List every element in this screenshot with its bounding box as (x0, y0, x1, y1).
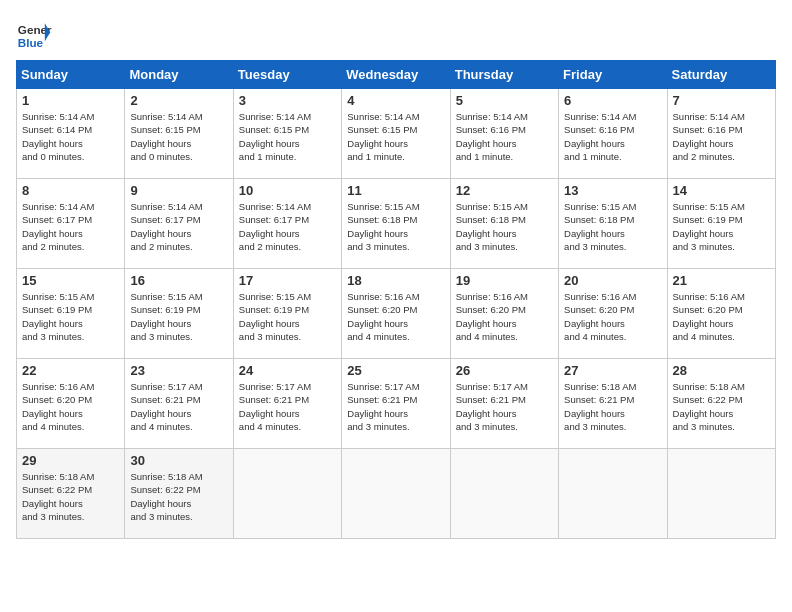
calendar-cell-17: 17 Sunrise: 5:15 AM Sunset: 6:19 PM Dayl… (233, 269, 341, 359)
week-row-3: 15 Sunrise: 5:15 AM Sunset: 6:19 PM Dayl… (17, 269, 776, 359)
day-number: 25 (347, 363, 444, 378)
calendar-cell-21: 21 Sunrise: 5:16 AM Sunset: 6:20 PM Dayl… (667, 269, 775, 359)
header-monday: Monday (125, 61, 233, 89)
calendar-table: Sunday Monday Tuesday Wednesday Thursday… (16, 60, 776, 539)
cell-info: Sunrise: 5:16 AM Sunset: 6:20 PM Dayligh… (456, 290, 553, 343)
calendar-cell-29: 29 Sunrise: 5:18 AM Sunset: 6:22 PM Dayl… (17, 449, 125, 539)
cell-info: Sunrise: 5:16 AM Sunset: 6:20 PM Dayligh… (22, 380, 119, 433)
day-number: 18 (347, 273, 444, 288)
day-number: 7 (673, 93, 770, 108)
day-number: 15 (22, 273, 119, 288)
day-number: 19 (456, 273, 553, 288)
day-number: 5 (456, 93, 553, 108)
cell-info: Sunrise: 5:14 AM Sunset: 6:17 PM Dayligh… (130, 200, 227, 253)
day-number: 27 (564, 363, 661, 378)
calendar-cell-1: 1 Sunrise: 5:14 AM Sunset: 6:14 PM Dayli… (17, 89, 125, 179)
empty-cell (233, 449, 341, 539)
cell-info: Sunrise: 5:15 AM Sunset: 6:18 PM Dayligh… (456, 200, 553, 253)
calendar-cell-24: 24 Sunrise: 5:17 AM Sunset: 6:21 PM Dayl… (233, 359, 341, 449)
calendar-cell-14: 14 Sunrise: 5:15 AM Sunset: 6:19 PM Dayl… (667, 179, 775, 269)
header-thursday: Thursday (450, 61, 558, 89)
header-saturday: Saturday (667, 61, 775, 89)
day-number: 23 (130, 363, 227, 378)
calendar-cell-2: 2 Sunrise: 5:14 AM Sunset: 6:15 PM Dayli… (125, 89, 233, 179)
cell-info: Sunrise: 5:15 AM Sunset: 6:18 PM Dayligh… (564, 200, 661, 253)
day-number: 1 (22, 93, 119, 108)
svg-text:Blue: Blue (18, 36, 44, 49)
cell-info: Sunrise: 5:18 AM Sunset: 6:22 PM Dayligh… (130, 470, 227, 523)
header-sunday: Sunday (17, 61, 125, 89)
day-number: 16 (130, 273, 227, 288)
day-number: 14 (673, 183, 770, 198)
day-number: 2 (130, 93, 227, 108)
calendar-cell-5: 5 Sunrise: 5:14 AM Sunset: 6:16 PM Dayli… (450, 89, 558, 179)
day-number: 12 (456, 183, 553, 198)
calendar-cell-13: 13 Sunrise: 5:15 AM Sunset: 6:18 PM Dayl… (559, 179, 667, 269)
calendar-cell-3: 3 Sunrise: 5:14 AM Sunset: 6:15 PM Dayli… (233, 89, 341, 179)
header-wednesday: Wednesday (342, 61, 450, 89)
cell-info: Sunrise: 5:14 AM Sunset: 6:17 PM Dayligh… (22, 200, 119, 253)
cell-info: Sunrise: 5:15 AM Sunset: 6:19 PM Dayligh… (22, 290, 119, 343)
day-number: 29 (22, 453, 119, 468)
cell-info: Sunrise: 5:14 AM Sunset: 6:15 PM Dayligh… (130, 110, 227, 163)
cell-info: Sunrise: 5:15 AM Sunset: 6:19 PM Dayligh… (673, 200, 770, 253)
day-number: 9 (130, 183, 227, 198)
week-row-5: 29 Sunrise: 5:18 AM Sunset: 6:22 PM Dayl… (17, 449, 776, 539)
cell-info: Sunrise: 5:17 AM Sunset: 6:21 PM Dayligh… (456, 380, 553, 433)
cell-info: Sunrise: 5:16 AM Sunset: 6:20 PM Dayligh… (347, 290, 444, 343)
calendar-cell-23: 23 Sunrise: 5:17 AM Sunset: 6:21 PM Dayl… (125, 359, 233, 449)
cell-info: Sunrise: 5:17 AM Sunset: 6:21 PM Dayligh… (347, 380, 444, 433)
cell-info: Sunrise: 5:18 AM Sunset: 6:22 PM Dayligh… (673, 380, 770, 433)
empty-cell (450, 449, 558, 539)
day-number: 26 (456, 363, 553, 378)
calendar-cell-12: 12 Sunrise: 5:15 AM Sunset: 6:18 PM Dayl… (450, 179, 558, 269)
cell-info: Sunrise: 5:14 AM Sunset: 6:17 PM Dayligh… (239, 200, 336, 253)
day-number: 10 (239, 183, 336, 198)
cell-info: Sunrise: 5:15 AM Sunset: 6:19 PM Dayligh… (130, 290, 227, 343)
day-number: 4 (347, 93, 444, 108)
day-number: 3 (239, 93, 336, 108)
empty-cell (342, 449, 450, 539)
header-friday: Friday (559, 61, 667, 89)
day-number: 30 (130, 453, 227, 468)
calendar-cell-9: 9 Sunrise: 5:14 AM Sunset: 6:17 PM Dayli… (125, 179, 233, 269)
cell-info: Sunrise: 5:16 AM Sunset: 6:20 PM Dayligh… (673, 290, 770, 343)
logo-icon: General Blue (16, 16, 52, 52)
day-number: 24 (239, 363, 336, 378)
calendar-cell-22: 22 Sunrise: 5:16 AM Sunset: 6:20 PM Dayl… (17, 359, 125, 449)
day-number: 20 (564, 273, 661, 288)
calendar-cell-19: 19 Sunrise: 5:16 AM Sunset: 6:20 PM Dayl… (450, 269, 558, 359)
week-row-2: 8 Sunrise: 5:14 AM Sunset: 6:17 PM Dayli… (17, 179, 776, 269)
day-number: 17 (239, 273, 336, 288)
cell-info: Sunrise: 5:18 AM Sunset: 6:21 PM Dayligh… (564, 380, 661, 433)
calendar-cell-16: 16 Sunrise: 5:15 AM Sunset: 6:19 PM Dayl… (125, 269, 233, 359)
day-number: 6 (564, 93, 661, 108)
calendar-cell-8: 8 Sunrise: 5:14 AM Sunset: 6:17 PM Dayli… (17, 179, 125, 269)
calendar-cell-11: 11 Sunrise: 5:15 AM Sunset: 6:18 PM Dayl… (342, 179, 450, 269)
day-number: 11 (347, 183, 444, 198)
cell-info: Sunrise: 5:14 AM Sunset: 6:15 PM Dayligh… (347, 110, 444, 163)
cell-info: Sunrise: 5:17 AM Sunset: 6:21 PM Dayligh… (239, 380, 336, 433)
cell-info: Sunrise: 5:15 AM Sunset: 6:18 PM Dayligh… (347, 200, 444, 253)
calendar-cell-20: 20 Sunrise: 5:16 AM Sunset: 6:20 PM Dayl… (559, 269, 667, 359)
logo: General Blue (16, 16, 52, 52)
cell-info: Sunrise: 5:14 AM Sunset: 6:15 PM Dayligh… (239, 110, 336, 163)
page-container: General Blue Sunday Monday Tuesday Wedne… (16, 16, 776, 539)
cell-info: Sunrise: 5:14 AM Sunset: 6:16 PM Dayligh… (456, 110, 553, 163)
cell-info: Sunrise: 5:14 AM Sunset: 6:16 PM Dayligh… (673, 110, 770, 163)
header: General Blue (16, 16, 776, 52)
calendar-cell-30: 30 Sunrise: 5:18 AM Sunset: 6:22 PM Dayl… (125, 449, 233, 539)
calendar-cell-25: 25 Sunrise: 5:17 AM Sunset: 6:21 PM Dayl… (342, 359, 450, 449)
empty-cell (559, 449, 667, 539)
calendar-cell-26: 26 Sunrise: 5:17 AM Sunset: 6:21 PM Dayl… (450, 359, 558, 449)
cell-info: Sunrise: 5:17 AM Sunset: 6:21 PM Dayligh… (130, 380, 227, 433)
day-number: 21 (673, 273, 770, 288)
calendar-cell-27: 27 Sunrise: 5:18 AM Sunset: 6:21 PM Dayl… (559, 359, 667, 449)
week-row-1: 1 Sunrise: 5:14 AM Sunset: 6:14 PM Dayli… (17, 89, 776, 179)
empty-cell (667, 449, 775, 539)
calendar-cell-4: 4 Sunrise: 5:14 AM Sunset: 6:15 PM Dayli… (342, 89, 450, 179)
day-number: 8 (22, 183, 119, 198)
weekday-header-row: Sunday Monday Tuesday Wednesday Thursday… (17, 61, 776, 89)
day-number: 28 (673, 363, 770, 378)
cell-info: Sunrise: 5:18 AM Sunset: 6:22 PM Dayligh… (22, 470, 119, 523)
